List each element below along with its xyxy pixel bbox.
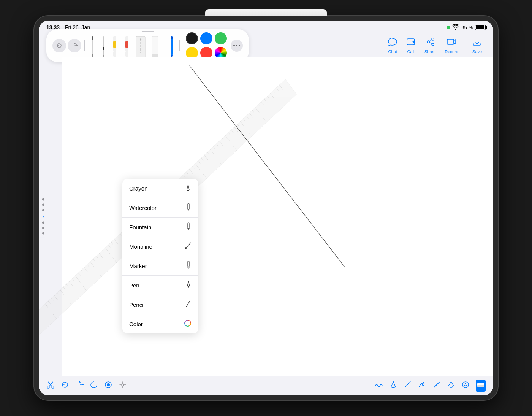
ipad-frame: 13.33 Fri 26. Jan 95 %: [34, 16, 498, 400]
menu-item-pen[interactable]: Pen: [122, 276, 198, 295]
svg-point-167: [466, 385, 467, 386]
svg-line-153: [51, 382, 53, 385]
brush-angle-button[interactable]: [404, 381, 412, 391]
toolbar-separator-2: [164, 40, 164, 51]
color-swatch-black[interactable]: [186, 32, 198, 44]
menu-item-crayon[interactable]: Crayon: [122, 179, 198, 198]
share-icon: [426, 38, 435, 48]
record-label: Record: [445, 49, 458, 54]
svg-text:50: 50: [140, 51, 142, 53]
svg-rect-22: [152, 54, 158, 57]
menu-label-watercolor: Watercolor: [129, 205, 157, 211]
svg-rect-4: [103, 47, 104, 50]
tool-pencil-black[interactable]: [88, 32, 97, 59]
menu-label-color: Color: [129, 321, 143, 327]
toolbar-separator-1: [84, 40, 85, 51]
svg-rect-170: [477, 385, 484, 387]
call-label: Call: [407, 49, 415, 54]
cut-button[interactable]: [46, 381, 55, 391]
share-button[interactable]: Share: [421, 35, 439, 56]
svg-line-146: [186, 301, 190, 307]
menu-label-marker: Marker: [129, 263, 147, 269]
svg-point-148: [47, 386, 49, 388]
svg-point-32: [432, 38, 434, 40]
tool-marker-yellow[interactable]: [110, 32, 120, 59]
menu-item-color[interactable]: Color: [122, 314, 198, 333]
svg-point-156: [122, 384, 124, 386]
svg-point-33: [432, 43, 434, 46]
menu-icon-marker: [185, 261, 192, 270]
brush-wave-button[interactable]: [375, 381, 383, 391]
brush-line-button[interactable]: [432, 381, 441, 391]
color-swatch-blue[interactable]: [200, 32, 212, 44]
svg-rect-11: [125, 41, 128, 48]
tool-ruler[interactable]: 30 50: [134, 32, 147, 59]
battery-percent: 95 %: [461, 25, 473, 30]
save-button[interactable]: Save: [469, 35, 486, 56]
battery-fill: [476, 25, 484, 29]
more-options-button[interactable]: [231, 40, 243, 52]
svg-rect-24: [171, 36, 173, 39]
share-label: Share: [424, 49, 435, 54]
svg-rect-3: [103, 36, 104, 55]
svg-point-27: [236, 45, 238, 46]
menu-item-pencil[interactable]: Pencil: [122, 295, 198, 314]
canvas-area[interactable]: ›: [39, 57, 493, 376]
undo-redo-group: [52, 39, 81, 52]
apple-pencil: [205, 9, 327, 16]
svg-marker-30: [412, 40, 415, 44]
svg-line-34: [430, 40, 432, 41]
save-icon: [472, 38, 481, 48]
brush-fill-button[interactable]: [447, 381, 455, 391]
menu-label-fountain: Fountain: [129, 224, 151, 230]
menu-label-monoline: Monoline: [129, 243, 152, 250]
svg-rect-8: [113, 51, 116, 57]
redo-button[interactable]: [68, 39, 81, 52]
menu-icon-crayon: [185, 184, 192, 193]
svg-line-150: [49, 385, 51, 386]
svg-rect-143: [187, 266, 190, 268]
svg-rect-137: [188, 223, 189, 228]
svg-point-164: [464, 384, 465, 385]
menu-item-watercolor[interactable]: Watercolor: [122, 198, 198, 218]
tool-eraser[interactable]: [149, 32, 161, 59]
clear-button[interactable]: [119, 381, 127, 391]
svg-rect-162: [450, 386, 452, 387]
ipad-screen: 13.33 Fri 26. Jan 95 %: [39, 21, 493, 395]
svg-line-139: [185, 243, 191, 249]
svg-point-163: [462, 382, 469, 388]
svg-marker-138: [187, 228, 190, 230]
toolbar-divider: [465, 39, 466, 52]
redo-bottom-button[interactable]: [75, 381, 84, 391]
toolbar-separator-3: [179, 40, 180, 51]
color-palette-button[interactable]: [461, 381, 470, 391]
tool-marker-red[interactable]: [122, 32, 132, 59]
menu-icon-fountain: [185, 222, 192, 232]
tool-pen-blue[interactable]: [167, 32, 176, 59]
svg-marker-136: [188, 210, 189, 211]
lasso-button[interactable]: [90, 381, 98, 391]
svg-marker-144: [187, 268, 190, 269]
menu-item-fountain[interactable]: Fountain: [122, 218, 198, 237]
fill-button[interactable]: [104, 381, 112, 391]
svg-line-158: [405, 382, 410, 387]
chat-button[interactable]: Chat: [384, 35, 401, 56]
brush-script-button[interactable]: [418, 381, 426, 391]
record-button[interactable]: Record: [441, 35, 462, 56]
undo-button[interactable]: [52, 39, 66, 52]
svg-point-166: [467, 384, 468, 385]
bottom-toolbar: [39, 376, 493, 395]
chat-icon: [388, 38, 397, 48]
call-button[interactable]: Call: [402, 35, 419, 56]
menu-item-monoline[interactable]: Monoline: [122, 237, 198, 256]
menu-item-marker[interactable]: Marker: [122, 256, 198, 276]
tool-pencil-thin[interactable]: [99, 32, 108, 59]
svg-marker-37: [454, 40, 456, 44]
svg-point-28: [239, 45, 240, 46]
brush-pen-button[interactable]: [389, 381, 397, 391]
color-swatch-green[interactable]: [215, 32, 227, 44]
svg-point-155: [107, 383, 110, 386]
eraser-tool-button[interactable]: [476, 380, 486, 392]
svg-point-149: [52, 386, 54, 388]
undo-bottom-button[interactable]: [61, 381, 69, 391]
